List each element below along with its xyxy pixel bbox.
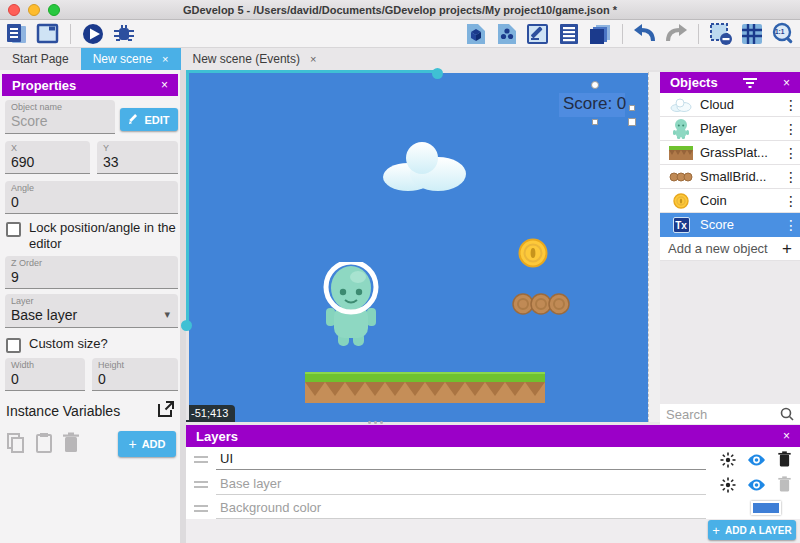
layers-panel-icon[interactable] xyxy=(587,22,613,46)
close-tab-icon[interactable]: × xyxy=(310,53,316,65)
resize-handle-right[interactable] xyxy=(629,105,635,111)
small-bridge-sprite[interactable] xyxy=(512,292,570,316)
layer-row-ui[interactable]: UI xyxy=(186,447,800,472)
object-name-field: Object name Score xyxy=(5,100,115,134)
edit-scene-properties-icon[interactable] xyxy=(525,22,551,46)
player-sprite[interactable] xyxy=(322,262,380,350)
drag-handle-icon[interactable] xyxy=(194,481,210,488)
height-field[interactable]: Height 0 xyxy=(92,358,178,391)
z-order-field[interactable]: Z Order 9 xyxy=(5,256,178,289)
coin-sprite[interactable] xyxy=(518,238,548,268)
effects-icon[interactable] xyxy=(720,452,736,468)
y-field[interactable]: Y 33 xyxy=(97,141,178,174)
grass-platform-sprite[interactable] xyxy=(305,372,545,403)
angle-field[interactable]: Angle 0 xyxy=(5,181,178,214)
kebab-menu-icon[interactable]: ⋮ xyxy=(784,97,796,113)
width-label: Width xyxy=(11,360,79,371)
trash-icon[interactable] xyxy=(62,432,80,454)
color-swatch[interactable] xyxy=(751,501,781,515)
vertical-scrollbar-thumb[interactable] xyxy=(186,70,189,326)
grid-icon[interactable] xyxy=(739,22,765,46)
object-item-cloud[interactable]: Cloud ⋮ xyxy=(660,93,800,117)
close-tab-icon[interactable]: × xyxy=(162,53,168,65)
visibility-icon[interactable] xyxy=(747,478,766,492)
object-name-value: Score xyxy=(11,113,109,129)
layer-name-input[interactable]: UI xyxy=(216,449,706,470)
tab-new-scene[interactable]: New scene × xyxy=(81,48,181,70)
resize-handle-corner[interactable] xyxy=(628,118,636,126)
x-field[interactable]: X 690 xyxy=(5,141,90,174)
object-item-smallbridge[interactable]: SmallBrid... ⋮ xyxy=(660,165,800,189)
custom-size-label: Custom size? xyxy=(29,336,108,353)
add-variable-button[interactable]: + ADD xyxy=(118,431,176,457)
paste-icon[interactable] xyxy=(35,432,53,454)
drag-handle-icon[interactable] xyxy=(194,505,210,512)
edit-objects-icon[interactable] xyxy=(463,22,489,46)
cloud-sprite[interactable] xyxy=(378,140,472,192)
add-button-label: ADD xyxy=(142,438,166,450)
tab-new-scene-events[interactable]: New scene (Events) × xyxy=(181,48,329,70)
close-window-button[interactable] xyxy=(8,4,20,16)
preview-window-icon[interactable] xyxy=(35,22,61,46)
copy-icon[interactable] xyxy=(6,432,26,454)
trash-icon[interactable] xyxy=(777,451,792,468)
filter-icon[interactable] xyxy=(743,78,757,88)
open-in-new-icon[interactable] xyxy=(157,400,175,418)
properties-title: Properties xyxy=(12,78,76,93)
object-item-coin[interactable]: Coin ⋮ xyxy=(660,189,800,213)
delete-instances-icon[interactable] xyxy=(708,22,734,46)
width-field[interactable]: Width 0 xyxy=(5,358,85,391)
objects-panel: Objects × Cloud ⋮ Player ⋮ xyxy=(660,72,800,425)
layer-name-input[interactable]: Base layer xyxy=(216,474,706,495)
vertical-scrollbar-knob[interactable] xyxy=(181,320,192,331)
tab-bar: Start Page New scene × New scene (Events… xyxy=(0,48,800,70)
instances-list-icon[interactable] xyxy=(556,22,582,46)
width-value: 0 xyxy=(11,371,79,387)
custom-size-checkbox[interactable] xyxy=(6,338,21,353)
object-item-grassplatform[interactable]: GrassPlat... ⋮ xyxy=(660,141,800,165)
plus-icon: + xyxy=(128,436,136,452)
horizontal-scrollbar-knob[interactable] xyxy=(432,68,443,79)
zoom-1-1-icon[interactable]: 1:1 xyxy=(770,22,796,46)
rotate-handle[interactable] xyxy=(591,81,599,89)
horizontal-scrollbar-thumb[interactable] xyxy=(186,70,438,73)
drag-handle-icon[interactable] xyxy=(194,456,210,463)
lock-position-checkbox[interactable] xyxy=(6,222,21,237)
edit-object-groups-icon[interactable] xyxy=(494,22,520,46)
undo-icon[interactable] xyxy=(632,22,658,46)
add-new-object-row[interactable]: Add a new object + xyxy=(660,237,800,261)
maximize-window-button[interactable] xyxy=(48,4,60,16)
tab-label: New scene xyxy=(93,52,152,66)
layer-select[interactable]: Layer Base layer ▾ xyxy=(5,294,178,328)
close-icon[interactable]: × xyxy=(783,429,790,443)
debugger-icon[interactable] xyxy=(111,22,137,46)
object-item-score[interactable]: Tx Score ⋮ xyxy=(660,213,800,237)
kebab-menu-icon[interactable]: ⋮ xyxy=(784,193,796,209)
kebab-menu-icon[interactable]: ⋮ xyxy=(784,169,796,185)
trash-icon[interactable] xyxy=(777,476,792,493)
redo-icon[interactable] xyxy=(663,22,689,46)
layer-row-base[interactable]: Base layer xyxy=(186,472,800,497)
kebab-menu-icon[interactable]: ⋮ xyxy=(784,217,796,233)
resize-handle-bottom[interactable] xyxy=(592,119,598,125)
kebab-menu-icon[interactable]: ⋮ xyxy=(784,145,796,161)
canvas-right-scroll-track[interactable] xyxy=(648,72,660,422)
search-input[interactable] xyxy=(666,407,780,422)
drag-handle-icon[interactable] xyxy=(368,421,383,424)
effects-icon[interactable] xyxy=(720,477,736,493)
play-preview-icon[interactable] xyxy=(80,22,106,46)
edit-button[interactable]: EDIT xyxy=(120,108,178,131)
kebab-menu-icon[interactable]: ⋮ xyxy=(784,121,796,137)
close-icon[interactable]: × xyxy=(783,76,790,90)
layer-row-background-color[interactable]: Background color xyxy=(186,497,800,519)
visibility-icon[interactable] xyxy=(747,453,766,467)
add-a-layer-button[interactable]: + ADD A LAYER xyxy=(708,520,796,540)
x-label: X xyxy=(11,143,84,154)
close-icon[interactable]: × xyxy=(161,78,168,92)
tab-start-page[interactable]: Start Page xyxy=(0,48,81,70)
scene-canvas[interactable]: Score: 0 xyxy=(186,72,648,422)
project-manager-icon[interactable] xyxy=(4,22,30,46)
object-item-player[interactable]: Player ⋮ xyxy=(660,117,800,141)
minimize-window-button[interactable] xyxy=(28,4,40,16)
score-text-object[interactable]: Score: 0 xyxy=(563,94,626,114)
